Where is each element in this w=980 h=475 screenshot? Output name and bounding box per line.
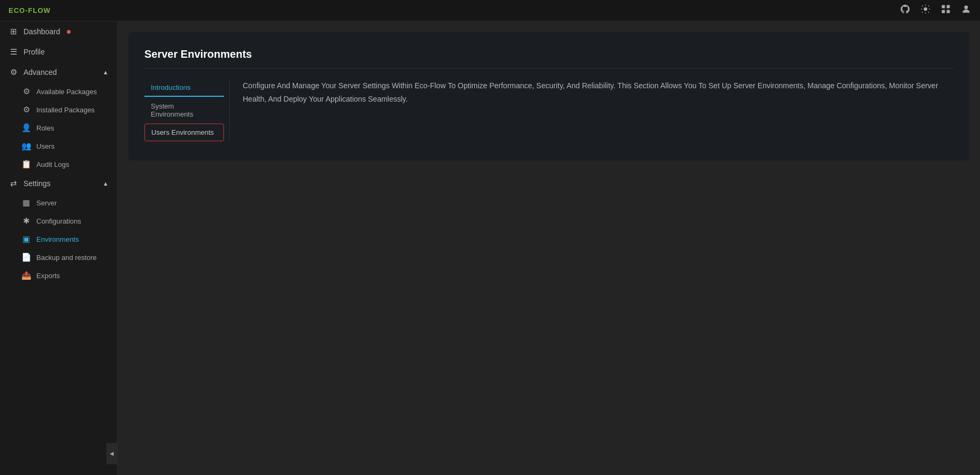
sidebar-sub-item-label: Configurations	[36, 217, 81, 225]
users-icon: 👥	[21, 141, 31, 151]
notification-dot	[67, 30, 71, 34]
sidebar-item-users[interactable]: 👥 Users	[0, 137, 117, 155]
sidebar-sub-item-label: Environments	[36, 235, 79, 243]
sidebar-sub-item-label: Installed Packages	[36, 106, 95, 114]
svg-point-5	[964, 5, 968, 9]
sidebar-sub-item-label: Backup and restore	[36, 254, 97, 262]
sidebar-sub-item-label: Users	[36, 142, 55, 150]
svg-rect-1	[942, 5, 945, 9]
backup-icon: 📄	[21, 252, 31, 262]
chevron-up-icon: ▲	[103, 69, 109, 75]
audit-logs-icon: 📋	[21, 159, 31, 169]
sidebar-section-advanced[interactable]: ⚙ Advanced ▲	[0, 62, 117, 82]
exports-icon: 📤	[21, 271, 31, 280]
user-icon[interactable]	[961, 4, 971, 17]
server-icon: ▦	[21, 198, 31, 208]
sidebar-section-settings[interactable]: ⇄ Settings ▲	[0, 173, 117, 194]
content-card: Server Environments Introductions System…	[128, 32, 969, 160]
dashboard-icon: ⊞	[9, 27, 18, 36]
sidebar-item-roles[interactable]: 👤 Roles	[0, 119, 117, 137]
installed-packages-icon: ⚙	[21, 105, 31, 114]
tab-content-area: Configure And Manage Your Server Setting…	[230, 79, 953, 141]
chevron-up-icon-settings: ▲	[103, 180, 109, 187]
svg-rect-4	[947, 10, 950, 13]
content-card-title: Server Environments	[144, 48, 953, 68]
sidebar-sub-item-label: Audit Logs	[36, 160, 69, 168]
sidebar-section-label: Settings	[24, 179, 51, 188]
sidebar-section-label: Advanced	[24, 68, 57, 76]
grid-icon[interactable]	[940, 4, 951, 17]
sidebar-item-available-packages[interactable]: ⚙ Available Packages	[0, 82, 117, 101]
tab-description-text: Configure And Manage Your Server Setting…	[243, 79, 940, 106]
advanced-icon: ⚙	[9, 67, 18, 77]
sidebar-item-backup-restore[interactable]: 📄 Backup and restore	[0, 248, 117, 266]
available-packages-icon: ⚙	[21, 87, 31, 96]
svg-point-0	[924, 7, 928, 11]
tab-users-environments[interactable]: Users Environments	[144, 124, 224, 141]
sun-icon[interactable]	[920, 4, 931, 17]
profile-icon: ☰	[9, 47, 18, 57]
sidebar-collapse-button[interactable]: ◄	[106, 443, 117, 464]
sidebar-item-installed-packages[interactable]: ⚙ Installed Packages	[0, 101, 117, 119]
sidebar-item-environments[interactable]: ▣ Environments	[0, 230, 117, 248]
sidebar-sub-item-label: Roles	[36, 124, 54, 132]
sidebar-sub-item-label: Available Packages	[36, 88, 97, 96]
sidebar: ⊞ Dashboard ☰ Profile ⚙ Advanced ▲ ⚙ Ava…	[0, 21, 118, 475]
configurations-icon: ✱	[21, 216, 31, 226]
tab-system-environments[interactable]: System Environments	[144, 98, 224, 122]
sidebar-item-label: Dashboard	[24, 27, 60, 36]
sidebar-item-profile[interactable]: ☰ Profile	[0, 42, 117, 62]
tab-list: Introductions System Environments Users …	[144, 79, 230, 141]
app-logo: ECO-FLOW	[9, 6, 51, 14]
settings-icon: ⇄	[9, 179, 18, 188]
content-body: Introductions System Environments Users …	[144, 79, 953, 141]
topbar-icon-group	[900, 4, 971, 17]
sidebar-sub-item-label: Server	[36, 199, 57, 207]
sidebar-item-server[interactable]: ▦ Server	[0, 194, 117, 212]
svg-rect-3	[942, 10, 945, 13]
sidebar-sub-item-label: Exports	[36, 272, 60, 280]
svg-rect-2	[947, 5, 950, 9]
main-content: Server Environments Introductions System…	[118, 21, 980, 475]
environments-icon: ▣	[21, 234, 31, 244]
sidebar-item-exports[interactable]: 📤 Exports	[0, 266, 117, 285]
github-icon[interactable]	[900, 4, 910, 17]
sidebar-item-dashboard[interactable]: ⊞ Dashboard	[0, 21, 117, 42]
sidebar-item-configurations[interactable]: ✱ Configurations	[0, 212, 117, 230]
tab-introductions[interactable]: Introductions	[144, 79, 224, 97]
roles-icon: 👤	[21, 123, 31, 133]
layout: ⊞ Dashboard ☰ Profile ⚙ Advanced ▲ ⚙ Ava…	[0, 21, 980, 475]
sidebar-item-label: Profile	[24, 48, 45, 56]
topbar: ECO-FLOW	[0, 0, 980, 21]
sidebar-item-audit-logs[interactable]: 📋 Audit Logs	[0, 155, 117, 173]
